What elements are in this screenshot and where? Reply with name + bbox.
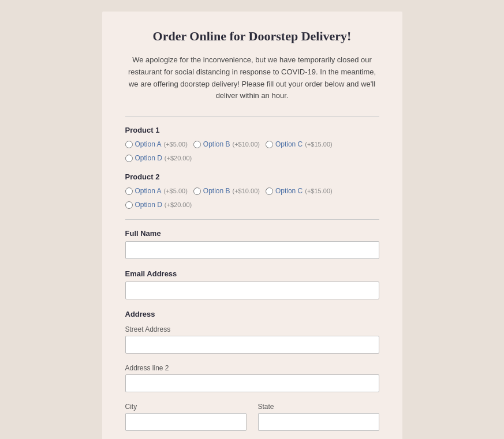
product1-radio-d[interactable]: [125, 155, 133, 162]
product1-option-b-label: Option B: [203, 140, 230, 148]
state-input[interactable]: [258, 413, 379, 431]
product2-option-b-price: (+$10.00): [233, 187, 260, 194]
city-group: City: [125, 403, 247, 431]
street-input[interactable]: [125, 336, 379, 354]
fullname-input[interactable]: [125, 241, 379, 259]
product2-label: Product 2: [125, 172, 379, 181]
product1-option-a-label: Option A: [135, 140, 162, 148]
street-group: Street Address: [125, 325, 379, 354]
product1-label: Product 1: [125, 126, 379, 134]
product2-option-d[interactable]: Option D (+$20.00): [125, 201, 192, 209]
product1-section: Product 1 Option A (+$5.00) Option B (+$…: [125, 126, 379, 162]
product2-option-b[interactable]: Option B (+$10.00): [193, 187, 260, 195]
product1-option-c[interactable]: Option C (+$15.00): [266, 140, 333, 148]
fullname-label: Full Name: [125, 229, 379, 238]
product2-radio-a[interactable]: [125, 187, 133, 195]
product1-option-a[interactable]: Option A (+$5.00): [125, 140, 188, 148]
divider-mid: [125, 219, 379, 220]
product1-radio-c[interactable]: [266, 141, 273, 148]
city-state-row: City State: [125, 403, 379, 439]
product2-radio-d[interactable]: [125, 201, 133, 209]
product2-option-a[interactable]: Option A (+$5.00): [125, 187, 188, 195]
product2-option-c-label: Option C: [275, 187, 303, 195]
product2-options: Option A (+$5.00) Option B (+$10.00) Opt…: [125, 187, 379, 209]
product2-radio-b[interactable]: [193, 187, 201, 195]
product1-option-d[interactable]: Option D (+$20.00): [125, 154, 192, 162]
product1-option-b-price: (+$10.00): [233, 141, 260, 148]
state-group: State: [258, 403, 379, 431]
address2-input[interactable]: [125, 374, 379, 392]
street-label: Street Address: [125, 325, 379, 333]
product1-option-d-price: (+$20.00): [165, 155, 192, 162]
state-label: State: [258, 403, 379, 411]
product2-option-c[interactable]: Option C (+$15.00): [266, 187, 333, 195]
product2-option-d-label: Option D: [135, 201, 162, 209]
divider-top: [125, 116, 379, 117]
product1-option-b[interactable]: Option B (+$10.00): [193, 140, 260, 148]
email-group: Email Address: [125, 269, 379, 299]
product1-radio-b[interactable]: [193, 141, 201, 148]
address-section: Address Street Address Address line 2 Ci…: [125, 310, 379, 439]
product2-option-c-price: (+$15.00): [305, 187, 332, 194]
product2-option-a-price: (+$5.00): [164, 187, 188, 194]
fullname-group: Full Name: [125, 229, 379, 259]
product1-option-d-label: Option D: [135, 154, 162, 162]
address-section-label: Address: [125, 310, 379, 318]
city-label: City: [125, 403, 247, 411]
intro-text: We apologize for the inconvenience, but …: [125, 54, 379, 102]
product2-option-b-label: Option B: [203, 187, 230, 195]
address2-label: Address line 2: [125, 364, 379, 372]
email-label: Email Address: [125, 269, 379, 278]
product1-option-c-price: (+$15.00): [305, 141, 332, 148]
product1-options: Option A (+$5.00) Option B (+$10.00) Opt…: [125, 140, 379, 162]
city-input[interactable]: [125, 413, 247, 431]
product2-section: Product 2 Option A (+$5.00) Option B (+$…: [125, 172, 379, 209]
email-input[interactable]: [125, 282, 379, 299]
product2-radio-c[interactable]: [266, 187, 273, 195]
product2-option-a-label: Option A: [135, 187, 162, 195]
address2-group: Address line 2: [125, 364, 379, 392]
product2-option-d-price: (+$20.00): [165, 201, 192, 208]
page-title: Order Online for Doorstep Delivery!: [125, 29, 379, 44]
form-container: Order Online for Doorstep Delivery! We a…: [102, 12, 402, 439]
product1-radio-a[interactable]: [125, 141, 133, 148]
product1-option-a-price: (+$5.00): [164, 141, 188, 148]
product1-option-c-label: Option C: [275, 140, 303, 148]
